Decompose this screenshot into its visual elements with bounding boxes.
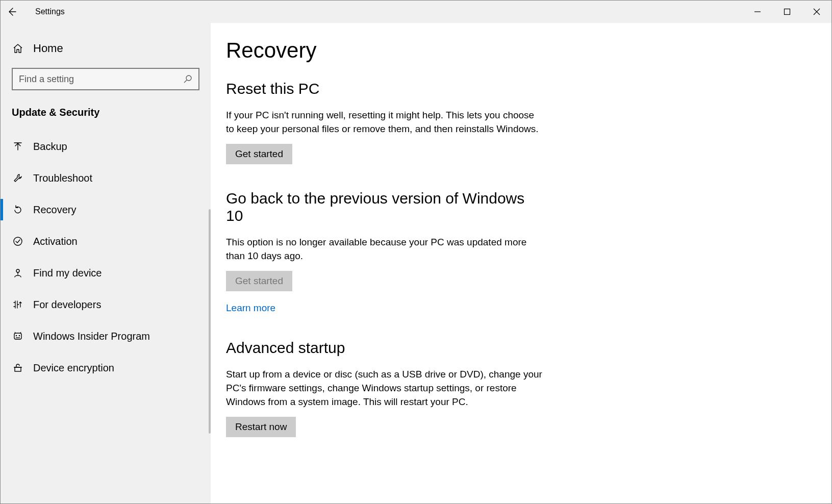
section-reset-pc: Reset this PC If your PC isn't running w…: [226, 80, 542, 164]
sidebar-item-label: Windows Insider Program: [33, 331, 150, 342]
sidebar: Home Update & Security Backup: [1, 23, 211, 503]
wrench-icon: [12, 172, 24, 184]
sidebar-item-label: Backup: [33, 141, 67, 153]
sidebar-item-backup[interactable]: Backup: [1, 131, 211, 162]
sidebar-item-label: Home: [33, 42, 63, 55]
window-controls: [743, 1, 831, 23]
svg-point-8: [19, 335, 20, 337]
restart-now-button[interactable]: Restart now: [226, 417, 296, 437]
sidebar-category: Update & Security: [1, 103, 211, 131]
main-content: Recovery Reset this PC If your PC isn't …: [211, 23, 831, 503]
page-title: Recovery: [226, 38, 811, 63]
window-title: Settings: [35, 7, 65, 16]
section-heading: Advanced startup: [226, 339, 542, 357]
maximize-icon: [784, 8, 791, 15]
sidebar-item-label: Find my device: [33, 267, 102, 279]
svg-point-2: [186, 75, 191, 81]
sidebar-item-label: For developers: [33, 299, 101, 311]
svg-point-4: [14, 237, 22, 245]
section-body: Start up from a device or disc (such as …: [226, 368, 542, 409]
minimize-icon: [754, 8, 761, 15]
lock-icon: [12, 362, 24, 373]
search-input[interactable]: [12, 68, 199, 90]
check-circle-icon: [12, 236, 24, 247]
goback-get-started-button: Get started: [226, 271, 292, 291]
svg-rect-6: [14, 333, 21, 339]
developers-icon: [12, 299, 24, 310]
sidebar-item-home[interactable]: Home: [1, 34, 211, 63]
maximize-button[interactable]: [772, 1, 802, 23]
sidebar-item-label: Activation: [33, 236, 78, 247]
title-bar: Settings: [1, 1, 831, 23]
section-body: If your PC isn't running well, resetting…: [226, 109, 542, 136]
section-go-back: Go back to the previous version of Windo…: [226, 190, 542, 314]
svg-line-3: [184, 80, 187, 83]
backup-icon: [12, 141, 24, 152]
recovery-icon: [12, 204, 24, 215]
sidebar-item-recovery[interactable]: Recovery: [1, 194, 211, 225]
home-icon: [12, 43, 24, 54]
svg-point-7: [16, 335, 17, 337]
arrow-left-icon: [7, 7, 17, 17]
learn-more-link[interactable]: Learn more: [226, 303, 275, 314]
sidebar-item-find-my-device[interactable]: Find my device: [1, 257, 211, 289]
svg-rect-1: [785, 9, 790, 15]
search-field[interactable]: [19, 74, 179, 85]
close-button[interactable]: [802, 1, 831, 23]
find-device-icon: [12, 267, 24, 279]
search-icon: [183, 74, 192, 84]
back-button[interactable]: [1, 1, 23, 23]
svg-point-5: [16, 269, 19, 272]
svg-rect-9: [15, 367, 21, 371]
sidebar-item-for-developers[interactable]: For developers: [1, 289, 211, 320]
sidebar-nav: Backup Troubleshoot Recovery Activation: [1, 131, 211, 384]
sidebar-item-device-encryption[interactable]: Device encryption: [1, 352, 211, 384]
sidebar-item-windows-insider[interactable]: Windows Insider Program: [1, 320, 211, 352]
minimize-button[interactable]: [743, 1, 772, 23]
sidebar-item-label: Recovery: [33, 204, 76, 216]
sidebar-item-label: Device encryption: [33, 362, 114, 374]
sidebar-item-activation[interactable]: Activation: [1, 225, 211, 257]
reset-get-started-button[interactable]: Get started: [226, 144, 292, 164]
sidebar-item-label: Troubleshoot: [33, 172, 92, 184]
section-advanced-startup: Advanced startup Start up from a device …: [226, 339, 542, 437]
insider-icon: [12, 331, 24, 342]
section-heading: Go back to the previous version of Windo…: [226, 190, 542, 224]
section-heading: Reset this PC: [226, 80, 542, 97]
section-body: This option is no longer available becau…: [226, 236, 542, 263]
close-icon: [813, 8, 820, 15]
sidebar-item-troubleshoot[interactable]: Troubleshoot: [1, 162, 211, 194]
